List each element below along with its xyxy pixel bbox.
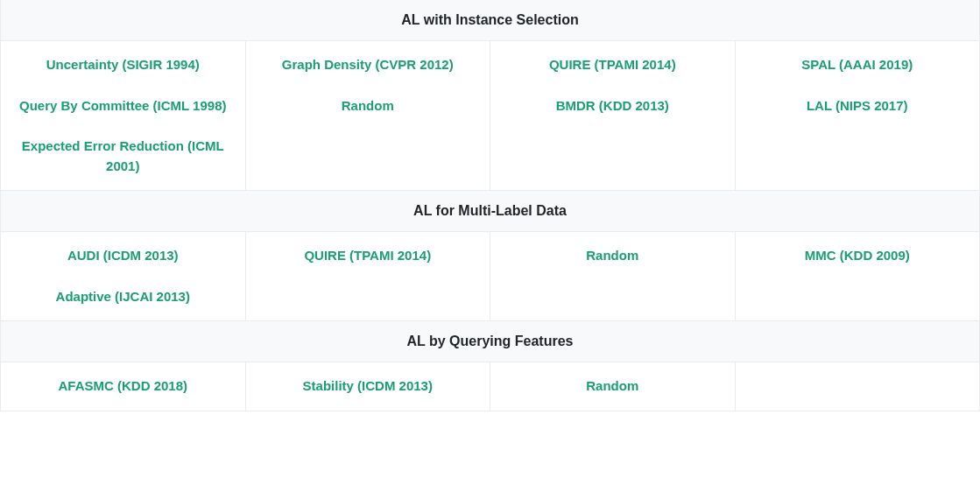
link-item[interactable]: AFASMC (KDD 2018) <box>58 376 187 397</box>
grid-cell: SPAL (AAAI 2019) LAL (NIPS 2017) <box>736 41 981 191</box>
grid-cell: QUIRE (TPAMI 2014) <box>246 232 491 321</box>
link-item[interactable]: Adaptive (IJCAI 2013) <box>56 287 190 307</box>
grid-cell: Random <box>490 232 736 321</box>
link-item[interactable]: Graph Density (CVPR 2012) <box>282 55 454 75</box>
grid-cell <box>736 362 981 411</box>
link-item[interactable]: Random <box>586 246 638 266</box>
section-header: AL with Instance Selection <box>0 0 980 41</box>
section-header: AL by Querying Features <box>0 321 980 362</box>
link-item[interactable]: QUIRE (TPAMI 2014) <box>304 246 431 266</box>
link-item[interactable]: LAL (NIPS 2017) <box>807 96 908 116</box>
grid-cell: AFASMC (KDD 2018) <box>0 362 246 411</box>
link-item[interactable]: MMC (KDD 2009) <box>805 246 910 266</box>
link-item[interactable]: Uncertainty (SIGIR 1994) <box>46 55 200 75</box>
grid-row: Uncertainty (SIGIR 1994) Query By Commit… <box>0 41 980 191</box>
grid-cell: Stability (ICDM 2013) <box>246 362 491 411</box>
link-item[interactable]: BMDR (KDD 2013) <box>556 96 669 116</box>
link-item[interactable]: Expected Error Reduction (ICML 2001) <box>11 137 235 176</box>
link-item[interactable]: SPAL (AAAI 2019) <box>801 55 913 75</box>
grid-cell: MMC (KDD 2009) <box>736 232 981 321</box>
grid-row: AUDI (ICDM 2013) Adaptive (IJCAI 2013) Q… <box>0 232 980 321</box>
link-item[interactable]: Random <box>342 96 394 116</box>
link-item[interactable]: AUDI (ICDM 2013) <box>67 246 179 266</box>
grid-cell: Uncertainty (SIGIR 1994) Query By Commit… <box>0 41 246 191</box>
section-header: AL for Multi-Label Data <box>0 191 980 232</box>
grid-cell: Graph Density (CVPR 2012) Random <box>246 41 491 191</box>
grid-cell: AUDI (ICDM 2013) Adaptive (IJCAI 2013) <box>0 232 246 321</box>
link-item[interactable]: Query By Committee (ICML 1998) <box>19 96 226 116</box>
grid-cell: QUIRE (TPAMI 2014) BMDR (KDD 2013) <box>490 41 736 191</box>
link-item[interactable]: QUIRE (TPAMI 2014) <box>549 55 676 75</box>
grid-row: AFASMC (KDD 2018) Stability (ICDM 2013) … <box>0 362 980 411</box>
link-item[interactable]: Stability (ICDM 2013) <box>303 376 433 397</box>
link-item[interactable]: Random <box>586 376 638 397</box>
grid-cell: Random <box>490 362 736 411</box>
